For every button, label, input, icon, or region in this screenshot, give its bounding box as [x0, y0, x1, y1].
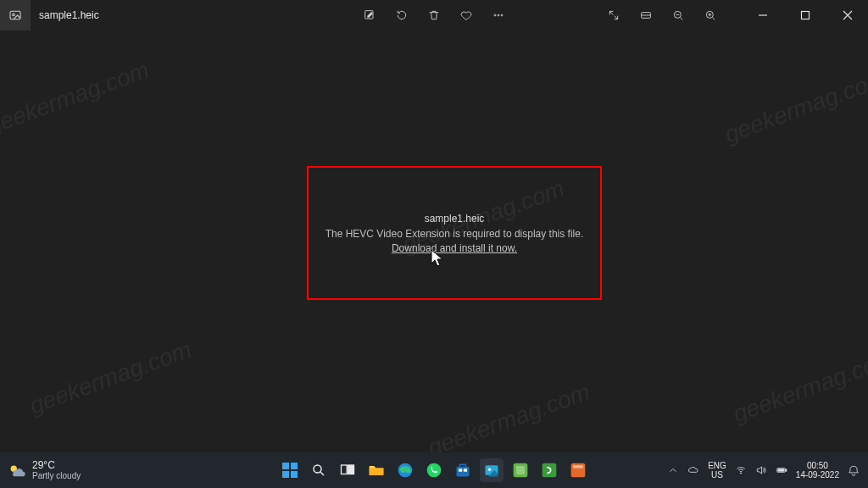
search-button[interactable]: [307, 458, 331, 482]
edit-icon: [363, 8, 376, 22]
app-orange-icon: [570, 462, 587, 479]
heart-icon: [459, 8, 473, 22]
edge-icon: [397, 462, 414, 479]
error-panel: sample1.heic The HEVC Video Extension is…: [307, 166, 602, 300]
minimize-button[interactable]: [744, 3, 782, 28]
weather-icon: [7, 461, 25, 480]
download-link[interactable]: Download and install it now.: [392, 242, 517, 254]
svg-rect-13: [282, 471, 289, 478]
app-green-button[interactable]: [509, 458, 532, 482]
svg-rect-18: [370, 469, 384, 475]
weather-condition: Partly cloudy: [32, 471, 81, 480]
svg-point-3: [494, 14, 496, 16]
rotate-button[interactable]: [388, 2, 415, 29]
toolbar-center: [356, 0, 512, 30]
lang-secondary: US: [708, 470, 726, 480]
folder-icon: [368, 462, 385, 479]
window-title: sample1.heic: [31, 0, 108, 30]
watermark: geekermag.com: [730, 345, 868, 429]
favorite-button[interactable]: [453, 2, 480, 29]
svg-rect-28: [542, 463, 557, 478]
svg-rect-11: [282, 463, 289, 469]
filmstrip-icon: [639, 8, 653, 22]
clock[interactable]: 00:50 14-09-2022: [796, 461, 839, 480]
weather-widget[interactable]: 29°C Partly cloudy: [0, 460, 81, 480]
start-button[interactable]: [278, 458, 302, 482]
camtasia-button[interactable]: [537, 458, 561, 482]
lang-primary: ENG: [708, 461, 726, 470]
filmstrip-button[interactable]: [632, 2, 659, 29]
more-button[interactable]: [485, 2, 512, 29]
taskbar-apps: [278, 458, 590, 482]
svg-rect-34: [778, 469, 784, 471]
system-tray: ENG US 00:50 14-09-2022: [667, 461, 868, 480]
svg-point-4: [498, 14, 499, 16]
delete-button[interactable]: [420, 2, 448, 29]
clock-date: 14-09-2022: [796, 470, 839, 480]
svg-rect-12: [291, 463, 298, 469]
rotate-icon: [395, 8, 409, 22]
svg-point-15: [314, 465, 321, 473]
watermark: geekermag.com: [721, 65, 868, 149]
svg-point-20: [427, 463, 442, 478]
trash-icon: [427, 8, 441, 22]
battery-icon[interactable]: [776, 464, 787, 476]
search-icon: [311, 463, 326, 478]
taskbar: 29°C Partly cloudy: [0, 452, 868, 488]
error-filename: sample1.heic: [425, 213, 485, 225]
whatsapp-icon: [426, 462, 442, 479]
more-icon: [492, 8, 505, 22]
explorer-button[interactable]: [364, 458, 388, 482]
svg-rect-22: [459, 469, 462, 471]
svg-rect-14: [291, 471, 298, 478]
titlebar-left: sample1.heic: [0, 0, 108, 30]
edge-button[interactable]: [393, 458, 417, 482]
svg-point-1: [13, 14, 15, 16]
language-indicator[interactable]: ENG US: [708, 461, 726, 480]
weather-temp: 29°C: [32, 460, 81, 471]
photos-icon: [483, 462, 500, 479]
notifications-icon[interactable]: [848, 464, 860, 476]
wifi-icon[interactable]: [735, 464, 747, 476]
svg-rect-17: [348, 465, 354, 474]
app-green-icon: [512, 462, 529, 479]
weather-text: 29°C Partly cloudy: [32, 460, 81, 480]
taskview-icon: [340, 463, 355, 478]
close-icon: [843, 10, 853, 20]
fullscreen-button[interactable]: [600, 2, 627, 29]
zoom-in-icon: [704, 8, 717, 22]
titlebar-right: [600, 0, 868, 30]
app-icon[interactable]: [0, 0, 31, 30]
watermark: geekermag.com: [0, 57, 153, 141]
titlebar: sample1.heic: [0, 0, 868, 30]
app-orange-button[interactable]: [566, 458, 590, 482]
svg-rect-33: [786, 469, 787, 471]
photos-button[interactable]: [480, 458, 504, 482]
svg-point-5: [501, 14, 503, 16]
close-button[interactable]: [829, 3, 866, 28]
zoom-in-button[interactable]: [697, 2, 724, 29]
watermark: geekermag.com: [26, 336, 196, 420]
svg-rect-27: [516, 466, 525, 474]
maximize-button[interactable]: [787, 3, 824, 28]
volume-icon[interactable]: [755, 464, 767, 476]
windows-icon: [281, 462, 298, 479]
svg-rect-21: [457, 467, 470, 477]
fullscreen-icon: [607, 8, 620, 22]
store-icon: [454, 462, 471, 479]
watermark: geekermag.com: [425, 379, 594, 463]
minimize-icon: [758, 10, 768, 20]
edit-button[interactable]: [356, 2, 383, 29]
zoom-out-button[interactable]: [665, 2, 692, 29]
store-button[interactable]: [451, 458, 475, 482]
taskview-button[interactable]: [336, 458, 359, 482]
svg-point-31: [740, 473, 741, 474]
onedrive-icon[interactable]: [687, 464, 699, 476]
maximize-icon: [800, 10, 810, 20]
chevron-up-icon[interactable]: [667, 464, 679, 476]
whatsapp-button[interactable]: [422, 458, 446, 482]
error-message: The HEVC Video Extension is required to …: [326, 228, 584, 240]
zoom-out-icon: [671, 8, 685, 22]
photos-app-window: sample1.heic: [0, 0, 868, 452]
svg-rect-9: [802, 12, 810, 19]
